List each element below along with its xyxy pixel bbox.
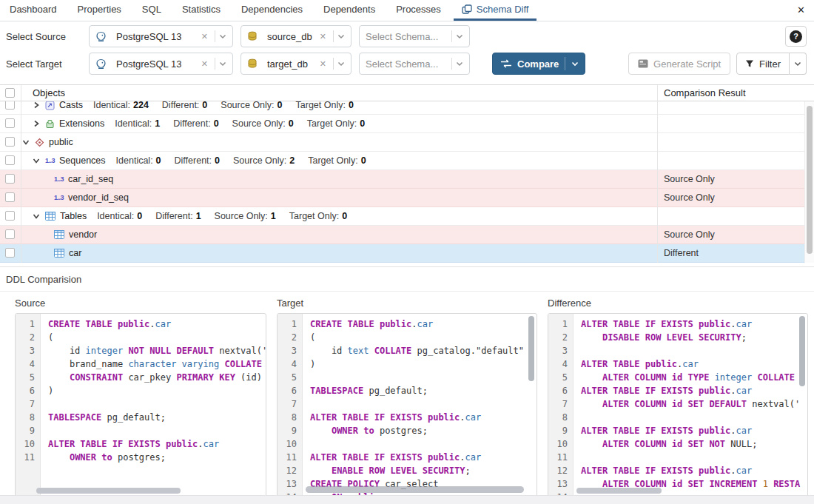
ddl-panel-difference: Difference1234567891011121314ALTER TABLE… <box>548 296 808 498</box>
grid-row-car-id-seq[interactable]: 1..3car_id_seqSource Only <box>0 170 814 189</box>
row-checkbox[interactable] <box>5 101 15 110</box>
collapse-icon[interactable] <box>33 157 41 164</box>
clear-icon[interactable]: ✕ <box>320 59 326 69</box>
target-server-select[interactable]: PostgreSQL 13 ✕ <box>89 53 233 75</box>
stat-target-only-: Target Only:0 <box>289 211 347 221</box>
horizontal-scrollbar-thumb[interactable] <box>576 488 662 494</box>
horizontal-scrollbar-thumb[interactable] <box>306 486 524 493</box>
extensions-icon <box>45 119 55 129</box>
source-database-select[interactable]: source_db ✕ <box>240 25 352 47</box>
scrollbar-thumb[interactable] <box>807 106 813 254</box>
code-line: ENABLE ROW LEVEL SECURITY; <box>310 464 536 477</box>
source-sql-editor[interactable]: 1234567891011CREATE TABLE public.car( id… <box>15 313 266 498</box>
select-all-checkbox[interactable] <box>5 88 15 98</box>
tab-dashboard[interactable]: Dashboard <box>1 0 65 21</box>
close-icon[interactable]: ✕ <box>797 4 805 16</box>
chevron-down-icon[interactable] <box>337 61 345 67</box>
grid-row-casts[interactable]: CastsIdentical:224Different:0Source Only… <box>0 101 814 115</box>
code-line: ) <box>310 357 536 371</box>
comparison-result-column-header: Comparison Result <box>664 87 746 98</box>
row-checkbox[interactable] <box>5 174 15 184</box>
row-checkbox[interactable] <box>5 192 15 202</box>
tab-dependents[interactable]: Dependents <box>315 0 383 21</box>
row-checkbox[interactable] <box>5 211 15 221</box>
chevron-down-icon[interactable] <box>219 34 226 39</box>
code-line: ALTER TABLE IF EXISTS public.car <box>310 411 536 424</box>
tab-label: Statistics <box>182 4 221 15</box>
vertical-scrollbar-thumb[interactable] <box>799 316 805 386</box>
line-number: 8 <box>548 411 573 424</box>
horizontal-scrollbar-thumb[interactable] <box>36 488 181 494</box>
panel-label: Target <box>277 296 537 313</box>
page-horizontal-scrollbar[interactable] <box>0 495 814 504</box>
target-database-value: target_db <box>267 58 308 70</box>
grid-row-public[interactable]: public <box>0 133 814 152</box>
sql-code: CREATE TABLE public.car( id text COLLATE… <box>303 314 536 497</box>
filter-button[interactable]: Filter <box>736 53 790 75</box>
sql-code: CREATE TABLE public.car( id integer NOT … <box>41 314 266 497</box>
tab-dependencies[interactable]: Dependencies <box>233 0 311 21</box>
expand-icon[interactable] <box>33 101 41 109</box>
tab-sql[interactable]: SQL <box>134 0 169 21</box>
chevron-down-icon[interactable] <box>565 61 585 67</box>
target-database-select[interactable]: target_db ✕ <box>240 53 352 75</box>
stat-source-only-: Source Only:2 <box>233 155 295 166</box>
stat-source-only-: Source Only:0 <box>232 118 294 129</box>
stat-different-: Different:0 <box>175 155 220 166</box>
line-number: 3 <box>548 344 573 357</box>
collapse-icon[interactable] <box>22 138 31 146</box>
grid-row-vendor[interactable]: vendorSource Only <box>0 226 814 244</box>
grid-row-tables[interactable]: TablesIdentical:0Different:1Source Only:… <box>0 207 814 226</box>
stat-identical-: Identical:1 <box>115 118 160 129</box>
clear-icon[interactable]: ✕ <box>320 32 326 41</box>
row-checkbox[interactable] <box>5 137 15 147</box>
grid-row-sequences[interactable]: 1..3SequencesIdentical:0Different:0Sourc… <box>0 152 814 170</box>
source-database-value: source_db <box>267 31 312 42</box>
clear-icon[interactable]: ✕ <box>201 59 208 69</box>
target-schema-select[interactable]: Select Schema... <box>359 53 470 75</box>
row-checkbox[interactable] <box>5 229 15 239</box>
row-checkbox[interactable] <box>5 248 15 258</box>
sequence-icon: 1..3 <box>54 175 64 183</box>
line-number: 11 <box>278 451 302 464</box>
compare-button[interactable]: Compare <box>492 53 585 75</box>
vertical-scrollbar-thumb[interactable] <box>528 316 534 381</box>
grid-vertical-scrollbar[interactable] <box>804 101 814 263</box>
tab-properties[interactable]: Properties <box>70 0 130 21</box>
chevron-down-icon[interactable] <box>219 61 226 67</box>
source-schema-select[interactable]: Select Schema... <box>359 25 470 47</box>
code-line: OWNER to postgres; <box>48 451 266 464</box>
tab-processes[interactable]: Processes <box>388 0 449 21</box>
expand-icon[interactable] <box>33 120 41 127</box>
code-line: DISABLE ROW LEVEL SECURITY; <box>581 331 807 344</box>
tab-schema-diff[interactable]: Schema Diff <box>454 0 537 21</box>
target-sql-editor[interactable]: 1234567891011121314CREATE TABLE public.c… <box>277 313 537 498</box>
chevron-down-icon[interactable] <box>456 34 463 39</box>
collapse-icon[interactable] <box>33 212 41 220</box>
difference-sql-editor[interactable]: 1234567891011121314ALTER TABLE IF EXISTS… <box>548 313 808 498</box>
generate-script-button[interactable]: Generate Script <box>628 53 730 75</box>
line-number: 9 <box>16 424 40 437</box>
filter-dropdown-button[interactable] <box>790 53 807 75</box>
comparison-result-value: Source Only <box>664 192 715 203</box>
source-server-select[interactable]: PostgreSQL 13 ✕ <box>89 25 233 47</box>
code-line: ALTER COLUMN id SET DEFAULT nextval(' <box>581 397 807 411</box>
line-number: 10 <box>548 437 573 451</box>
help-button[interactable]: ? <box>785 26 807 47</box>
stat-identical-: Identical:0 <box>116 155 161 166</box>
line-number: 5 <box>16 371 40 384</box>
line-number: 13 <box>278 477 302 491</box>
clear-icon[interactable]: ✕ <box>201 32 208 41</box>
code-line: CONSTRAINT car_pkey PRIMARY KEY (id) <box>48 371 266 384</box>
tab-statistics[interactable]: Statistics <box>174 0 229 21</box>
chevron-down-icon[interactable] <box>337 34 345 39</box>
row-checkbox[interactable] <box>5 118 15 128</box>
code-line <box>310 437 536 451</box>
grid-row-vendor-id-seq[interactable]: 1..3vendor_id_seqSource Only <box>0 189 814 207</box>
row-checkbox[interactable] <box>5 155 15 165</box>
code-line: ALTER TABLE IF EXISTS public.car <box>581 424 807 437</box>
grid-row-car[interactable]: carDifferent <box>0 244 814 263</box>
postgresql-icon <box>95 31 107 42</box>
chevron-down-icon[interactable] <box>456 61 463 67</box>
grid-row-extensions[interactable]: ExtensionsIdentical:1Different:0Source O… <box>0 115 814 133</box>
